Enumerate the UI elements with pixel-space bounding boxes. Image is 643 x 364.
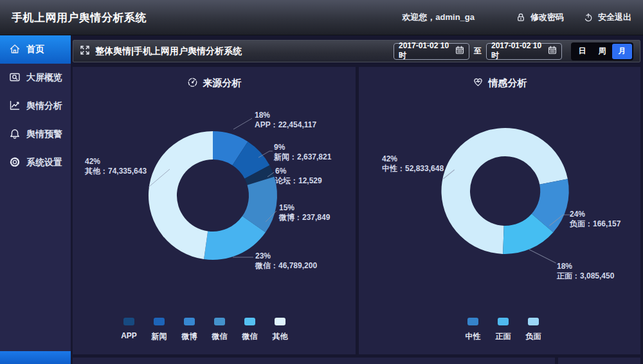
chart-label-新闻: 9%新闻：2,637,821 [274,143,331,162]
sentiment-analysis-title: 情感分析 [359,77,640,89]
legend-swatch [184,318,195,325]
range-month-button[interactable]: 月 [612,44,632,59]
legend-label: 新闻 [146,331,172,342]
chart-label-其他: 42%其他：74,335,643 [85,157,147,176]
legend-item-微信[interactable]: 微信 [206,318,233,342]
chart-label-正面: 18%正面：3,085,450 [557,262,614,281]
calendar-icon [548,46,557,57]
range-segment-control: 日 周 月 [571,42,633,60]
toolbar-title-group: 整体舆情|手机上网用户舆情分析系统 [80,45,242,57]
toolbar: 整体舆情|手机上网用户舆情分析系统 2017-01-02 10时 [73,40,640,62]
legend-item-负面[interactable]: 负面 [520,318,547,342]
source-analysis-title: 来源分析 [73,77,356,89]
legend-swatch [244,318,255,325]
legend-item-APP[interactable]: APP [116,318,142,340]
chart-label-APP: 18%APP：22,454,117 [255,111,316,130]
analysis-icon [9,100,21,113]
legend-item-正面[interactable]: 正面 [490,318,516,342]
legend-label: 其他 [267,331,293,342]
power-icon [583,12,593,23]
legend-swatch [498,318,509,325]
sidebar: 首页 大屏概览 舆情分析 [0,35,71,364]
legend-swatch [214,318,225,325]
bottom-panel [73,358,555,364]
legend-swatch [467,318,478,325]
legend-swatch [275,318,285,325]
change-password-button[interactable]: 修改密码 [516,12,564,23]
main-content: 整体舆情|手机上网用户舆情分析系统 2017-01-02 10时 [71,35,643,364]
source-analysis-card: 来源分析 18%APP：22,454,1179%新闻：2,637,8216%论坛… [73,67,356,354]
legend-item-微信[interactable]: 微信 [237,318,263,342]
next-panels-sliver [73,358,640,364]
settings-gear-icon [9,156,21,170]
toolbar-controls: 2017-01-02 10时 至 2017-01-02 10时 [394,42,633,60]
date-range-to-label: 至 [474,46,482,57]
overview-icon [9,71,21,85]
range-week-button[interactable]: 周 [592,44,612,59]
sidebar-item-analysis[interactable]: 舆情分析 [0,92,71,120]
expand-icon[interactable] [80,45,90,57]
header-actions: 欢迎您，admin_ga 修改密码 安全退出 [402,12,631,23]
legend-label: 正面 [490,331,516,342]
label-leader-line [529,250,556,263]
logout-button[interactable]: 安全退出 [583,12,631,23]
legend-label: 微信 [206,331,233,342]
legend-label: APP [116,331,142,340]
lock-icon [516,12,526,23]
welcome-user: 欢迎您，admin_ga [402,12,475,23]
chart-label-微信: 23%微信：46,789,200 [255,251,317,271]
app-header: 手机上网用户舆情分析系统 欢迎您，admin_ga 修改密码 安全退出 [0,0,643,35]
legend-item-中性[interactable]: 中性 [460,318,486,342]
sidebar-item-alerts[interactable]: 舆情预警 [0,120,71,149]
legend-swatch [154,318,165,325]
legend-label: 微博 [176,331,203,342]
legend-item-其他[interactable]: 其他 [267,318,293,342]
label-leader-line [233,118,252,129]
sidebar-item-settings[interactable]: 系统设置 [0,149,71,177]
bottom-panel [558,358,640,364]
legend-label: 微信 [237,331,263,342]
chart-label-论坛: 6%论坛：12,529 [275,167,322,186]
app-title: 手机上网用户舆情分析系统 [12,10,147,25]
sidebar-bottom-accent [0,351,71,364]
timer-icon [187,77,198,89]
chart-label-负面: 24%负面：166,157 [570,210,620,229]
alert-bell-icon [9,128,21,141]
legend-item-新闻[interactable]: 新闻 [146,318,172,342]
legend-label: 中性 [460,331,486,342]
sentiment-analysis-card: 情感分析 42%中性：52,833,64824%负面：166,15718%正面：… [359,67,640,354]
charts-row: 来源分析 18%APP：22,454,1179%新闻：2,637,8216%论坛… [73,67,640,354]
legend-item-微博[interactable]: 微博 [176,318,203,342]
heart-icon [473,77,484,89]
donut-segment-其他[interactable] [149,131,213,259]
sidebar-item-overview[interactable]: 大屏概览 [0,64,71,92]
date-from-input[interactable]: 2017-01-02 10时 [394,43,469,60]
toolbar-title: 整体舆情|手机上网用户舆情分析系统 [95,46,242,57]
legend-swatch [528,318,539,325]
sidebar-item-home[interactable]: 首页 [0,35,71,64]
home-icon [9,43,21,57]
chart-label-中性: 42%中性：52,833,648 [382,154,444,174]
chart-label-微博: 15%微博：237,849 [279,203,330,223]
calendar-icon [455,46,464,57]
legend-label: 负面 [520,331,547,342]
range-day-button[interactable]: 日 [572,44,592,59]
date-to-input[interactable]: 2017-01-02 10时 [486,43,562,60]
legend-swatch [123,318,134,325]
